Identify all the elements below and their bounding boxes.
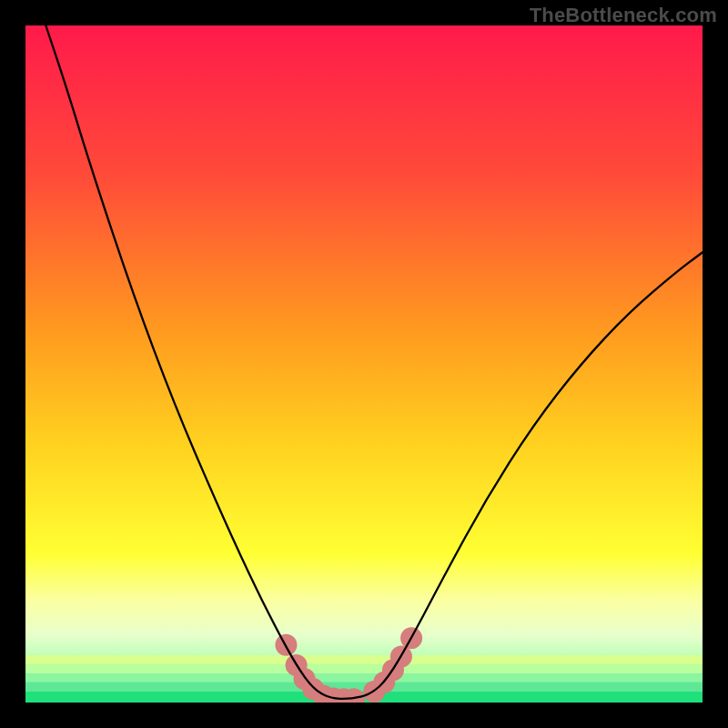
bg-band	[25, 673, 703, 682]
bg-band	[25, 664, 703, 673]
chart-svg	[25, 25, 703, 703]
watermark-text: TheBottleneck.com	[530, 4, 717, 27]
bg-band	[25, 655, 703, 664]
plot-area	[25, 25, 703, 703]
gradient-bg	[25, 25, 703, 703]
chart-frame: TheBottleneck.com	[0, 0, 728, 728]
